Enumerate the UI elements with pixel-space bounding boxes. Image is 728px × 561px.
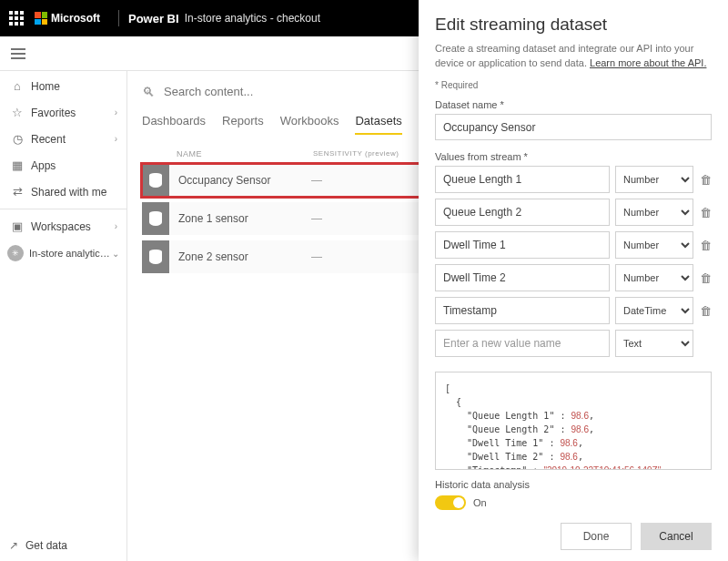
stream-values-label: Values from stream * [435, 151, 712, 162]
col-sensitivity: SENSITIVITY (preview) [313, 149, 413, 158]
tab-workbooks[interactable]: Workbooks [280, 108, 339, 135]
panel-title: Edit streaming dataset [435, 15, 712, 35]
database-icon [142, 164, 169, 197]
nav-recent[interactable]: ◷ Recent › [0, 126, 126, 152]
json-sample-box: [ { "Queue Length 1" : 98.6, "Queue Leng… [435, 372, 712, 470]
dataset-sensitivity: — [311, 250, 366, 263]
historic-analysis-label: Historic data analysis [435, 479, 712, 490]
value-name-input[interactable] [435, 231, 610, 259]
dataset-name: Zone 2 sensor [169, 250, 311, 263]
stream-value-row: NumberTextDateTime🗑 [435, 231, 712, 259]
tab-dashboards[interactable]: Dashboards [142, 108, 206, 135]
new-value-name-input[interactable] [435, 330, 610, 357]
value-name-input[interactable] [435, 264, 610, 291]
done-button[interactable]: Done [561, 523, 632, 550]
historic-analysis-toggle[interactable] [435, 495, 466, 510]
delete-value-icon[interactable]: 🗑 [699, 271, 712, 285]
toggle-state-text: On [473, 497, 487, 508]
tab-datasets[interactable]: Datasets [355, 108, 401, 135]
new-value-type-select[interactable]: Text [615, 330, 693, 357]
value-name-input[interactable] [435, 199, 610, 226]
star-icon: ☆ [9, 106, 25, 119]
nav-toggle-icon[interactable] [11, 48, 25, 59]
stream-value-row: NumberTextDateTime🗑 [435, 166, 712, 193]
home-icon: ⌂ [9, 79, 25, 93]
required-note: * Required [435, 80, 712, 90]
nav-favorites[interactable]: ☆ Favorites › [0, 99, 126, 126]
nav-workspaces[interactable]: ▣ Workspaces › [0, 213, 126, 240]
delete-value-icon[interactable]: 🗑 [699, 239, 712, 252]
search-input[interactable] [162, 84, 326, 99]
value-type-select[interactable]: NumberTextDateTime [615, 264, 693, 291]
value-type-select[interactable]: NumberTextDateTime [615, 297, 693, 324]
stream-value-row: NumberTextDateTime🗑 [435, 297, 712, 324]
nav-get-data[interactable]: ↗ Get data [0, 530, 126, 561]
chevron-right-icon: › [115, 134, 117, 144]
clock-icon: ◷ [9, 132, 25, 146]
brand-text: Microsoft [51, 12, 100, 25]
workspace-breadcrumb: In-store analytics - checkout [185, 12, 320, 25]
dataset-sensitivity: — [311, 212, 366, 225]
delete-value-icon[interactable]: 🗑 [699, 206, 712, 219]
dataset-name: Zone 1 sensor [169, 212, 311, 225]
value-name-input[interactable] [435, 297, 610, 324]
dataset-name-input[interactable] [435, 114, 712, 140]
database-icon [142, 202, 169, 235]
shared-icon: ⇄ [9, 185, 25, 199]
value-type-select[interactable]: NumberTextDateTime [615, 166, 693, 193]
delete-value-icon[interactable]: 🗑 [699, 304, 712, 318]
learn-more-link[interactable]: Learn more about the API. [590, 57, 706, 68]
dataset-name-label: Dataset name * [435, 99, 712, 110]
chevron-down-icon: ⌄ [112, 249, 119, 259]
microsoft-logo: Microsoft [35, 12, 100, 25]
value-type-select[interactable]: NumberTextDateTime [615, 231, 693, 259]
divider [118, 10, 119, 26]
left-navigation: ⌂ Home ☆ Favorites › ◷ Recent › ▦ Apps ⇄… [0, 71, 127, 561]
panel-description: Create a streaming dataset and integrate… [435, 42, 712, 71]
cancel-button[interactable]: Cancel [641, 523, 712, 550]
value-name-input[interactable] [435, 166, 610, 193]
delete-value-icon[interactable]: 🗑 [699, 173, 712, 187]
search-icon: 🔍︎ [142, 85, 155, 99]
product-name: Power BI [128, 12, 179, 26]
chevron-right-icon: › [115, 107, 117, 117]
chevron-right-icon: › [115, 221, 117, 231]
database-icon [142, 240, 169, 273]
app-launcher-icon[interactable] [9, 11, 24, 26]
stream-value-row: NumberTextDateTime🗑 [435, 199, 712, 226]
value-type-select[interactable]: NumberTextDateTime [615, 199, 693, 226]
current-workspace[interactable]: ✳ In-store analytics -... ⌄ [0, 240, 126, 267]
nav-home[interactable]: ⌂ Home [0, 73, 126, 99]
apps-icon: ▦ [9, 158, 25, 172]
new-value-row: Text 🗑 [435, 330, 712, 357]
nav-apps[interactable]: ▦ Apps [0, 152, 126, 178]
dataset-sensitivity: — [311, 174, 366, 187]
workspaces-icon: ▣ [9, 219, 25, 233]
col-name: NAME [177, 149, 313, 158]
dataset-name: Occupancy Sensor [169, 174, 311, 187]
stream-value-row: NumberTextDateTime🗑 [435, 264, 712, 291]
tab-reports[interactable]: Reports [222, 108, 264, 135]
nav-shared[interactable]: ⇄ Shared with me [0, 178, 126, 205]
get-data-icon: ↗ [9, 539, 25, 552]
edit-streaming-dataset-panel: Edit streaming dataset Create a streamin… [419, 0, 728, 561]
workspace-badge-icon: ✳ [7, 245, 24, 261]
